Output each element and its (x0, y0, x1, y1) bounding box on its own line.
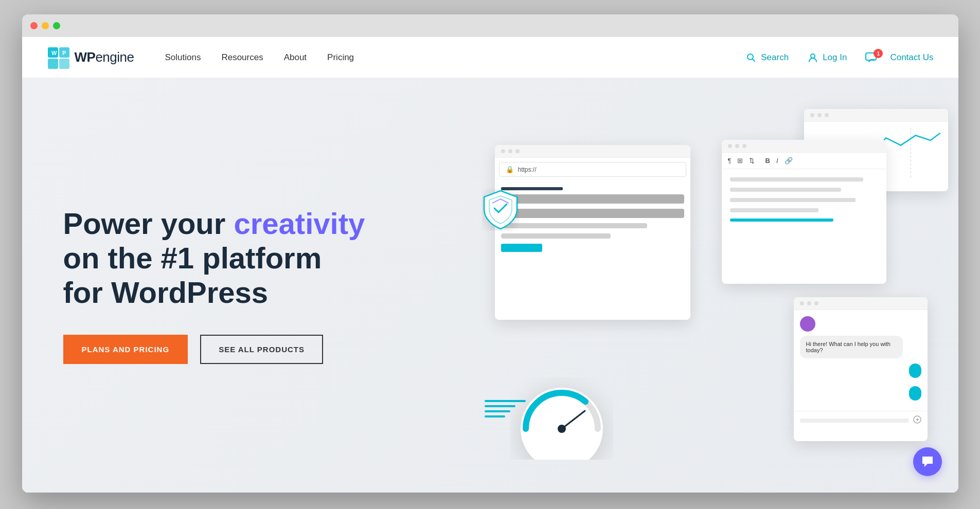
chat-dot-3 (814, 301, 818, 305)
speed-line-4 (485, 415, 505, 417)
svg-point-12 (521, 388, 603, 460)
speedometer-container (510, 377, 613, 462)
browser-window: W P WPengine Solutions Resources About P… (22, 14, 958, 493)
browser-content: W P WPengine Solutions Resources About P… (22, 37, 958, 493)
browser-card: 🔒 https:// (495, 145, 690, 320)
navbar: W P WPengine Solutions Resources About P… (22, 37, 958, 78)
content-line-4 (501, 233, 611, 239)
editor-line-2 (730, 188, 841, 192)
send-icon[interactable] (913, 415, 921, 426)
browser-dot-1 (501, 149, 505, 153)
nav-link-pricing[interactable]: Pricing (327, 52, 354, 63)
hero-title-line3: for WordPress (63, 276, 269, 309)
shield-icon-container (482, 189, 519, 233)
mock-dot-2 (817, 113, 822, 117)
chat-fab-button[interactable] (913, 447, 942, 476)
close-button[interactable] (30, 22, 38, 29)
svg-point-14 (558, 425, 566, 433)
hero-title-prefix: Power your (63, 207, 234, 240)
hero-title-line2: on the #1 platform (63, 241, 322, 275)
lock-icon: 🔒 (506, 166, 514, 173)
speed-line-3 (485, 410, 510, 412)
svg-rect-3 (59, 59, 69, 69)
chat-dot-1 (800, 301, 804, 305)
browser-dot-2 (508, 149, 512, 153)
chat-received-bubble: Hi there! What can I help you with today… (800, 336, 903, 358)
editor-card: ¶ ⊞ ⇅ B I 🔗 (722, 140, 886, 284)
toolbar-italic: I (776, 157, 778, 165)
svg-line-7 (753, 59, 755, 61)
editor-dot-2 (735, 144, 739, 148)
editor-toolbar: ¶ ⊞ ⇅ B I 🔗 (722, 153, 886, 169)
nav-right: Search Log In (745, 52, 933, 63)
hero-illustration: 🔒 https:// (454, 88, 958, 493)
speedometer (510, 377, 613, 460)
chat-fab-icon (920, 455, 935, 469)
chat-dot-2 (807, 301, 811, 305)
svg-text:W: W (51, 50, 57, 56)
editor-dot-1 (728, 144, 732, 148)
search-action[interactable]: Search (745, 52, 789, 63)
svg-text:P: P (62, 50, 66, 56)
chat-sent-container-2 (800, 386, 921, 405)
nav-link-about[interactable]: About (284, 52, 307, 63)
chat-card: Hi there! What can I help you with today… (794, 297, 928, 441)
search-icon (745, 52, 757, 63)
toolbar-bold: B (765, 157, 770, 165)
editor-line-3 (730, 198, 856, 202)
title-bar (22, 14, 958, 37)
hero-buttons: PLANS AND PRICING SEE ALL PRODUCTS (63, 335, 507, 364)
contact-label: Contact Us (890, 52, 933, 63)
toolbar-link: 🔗 (785, 157, 793, 165)
nav-links: Solutions Resources About Pricing (165, 52, 745, 63)
see-all-products-button[interactable]: SEE ALL PRODUCTS (200, 335, 323, 364)
editor-line-4 (730, 208, 819, 212)
shield-icon (482, 189, 519, 231)
editor-teal-line (730, 219, 834, 222)
chat-avatar (800, 316, 815, 332)
plans-pricing-button[interactable]: PLANS AND PRICING (63, 335, 188, 364)
content-line-1 (501, 194, 684, 204)
chat-input-area (794, 411, 928, 430)
mock-dot-1 (810, 113, 814, 117)
card-titlebar (804, 109, 948, 122)
logo-bold: WP (75, 49, 96, 65)
logo-icon: W P (47, 46, 69, 69)
toolbar-grid: ⊞ (737, 157, 743, 165)
hero-title-highlight: creativity (234, 207, 365, 240)
content-line-3 (501, 223, 648, 228)
editor-dot-3 (742, 144, 746, 148)
traffic-lights (30, 22, 60, 29)
mock-dot-3 (825, 113, 829, 117)
browser-content-area (495, 181, 690, 258)
toolbar-arrows: ⇅ (749, 157, 755, 165)
nav-link-resources[interactable]: Resources (221, 52, 263, 63)
browser-dot-3 (515, 149, 520, 153)
editor-line-1 (730, 177, 863, 181)
contact-action[interactable]: 1 Contact Us (865, 52, 933, 63)
minimize-button[interactable] (42, 22, 49, 29)
logo-text: WPengine (75, 49, 134, 65)
logo[interactable]: W P WPengine (47, 46, 134, 69)
maximize-button[interactable] (53, 22, 60, 29)
chat-body: Hi there! What can I help you with today… (794, 310, 928, 411)
nav-link-solutions[interactable]: Solutions (165, 52, 201, 63)
editor-titlebar (722, 140, 886, 153)
hero-content: Power your creativity on the #1 platform… (63, 207, 507, 363)
chat-message-text: Hi there! What can I help you with today… (806, 341, 890, 353)
hero-section: Power your creativity on the #1 platform… (22, 78, 958, 493)
chat-sent-container (800, 363, 921, 382)
notification-badge: 1 (874, 49, 883, 58)
chat-input[interactable] (800, 419, 909, 423)
hero-title: Power your creativity on the #1 platform… (63, 207, 507, 310)
login-label: Log In (823, 52, 847, 63)
user-icon (807, 52, 818, 63)
svg-point-8 (811, 54, 815, 58)
url-text: https:// (518, 166, 537, 173)
login-action[interactable]: Log In (807, 52, 847, 63)
svg-rect-2 (48, 59, 58, 69)
address-bar: 🔒 https:// (499, 162, 686, 177)
chat-titlebar (794, 297, 928, 310)
illustration: 🔒 https:// (454, 88, 958, 493)
logo-light: engine (95, 49, 134, 65)
